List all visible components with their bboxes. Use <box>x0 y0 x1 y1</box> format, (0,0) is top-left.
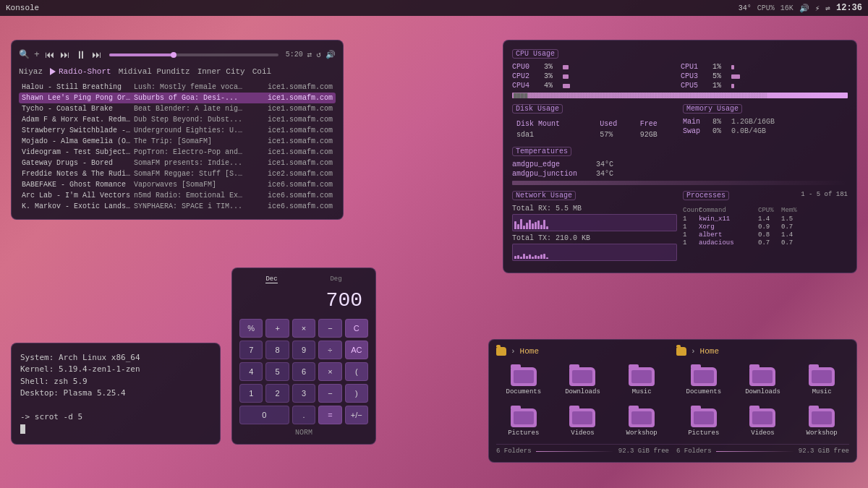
proc-cpu: 0.9 <box>758 223 780 231</box>
folder-label: Workshop <box>807 429 838 437</box>
music-sources: Niyaz Radio-Short Midival Punditz Inner … <box>19 67 336 76</box>
calc-btn-minus2[interactable]: − <box>318 384 341 403</box>
repeat-icon[interactable]: ↺ <box>316 50 321 59</box>
folder-icon <box>691 364 717 386</box>
disk-table: Disk Mount Used Free sda1 57% 92GB <box>512 118 677 141</box>
next-button[interactable]: ⏭ <box>91 48 102 61</box>
calc-btn-multiply[interactable]: × <box>292 319 315 338</box>
calc-btn-4[interactable]: 4 <box>239 362 263 381</box>
taskbar-icon-audio: 🔊 <box>799 4 809 13</box>
folder-downloads[interactable]: Downloads <box>556 361 610 398</box>
shuffle-icon[interactable]: ⇄ <box>307 50 312 59</box>
track-album: Dub Step Beyond: Dubst... <box>134 116 246 124</box>
cpu-name: CPU5 <box>681 82 708 90</box>
folder-icon <box>809 364 835 386</box>
calc-btn-allclear[interactable]: AC <box>345 341 368 359</box>
track-row-8[interactable]: Gateway Drugs - Bored SomaFM presents: I… <box>19 158 336 168</box>
add-icon[interactable]: + <box>34 49 40 60</box>
track-row-5[interactable]: Strawberry Switchblade - Since Yester...… <box>19 125 336 136</box>
folder-label: Videos <box>751 429 774 437</box>
calc-btn-mult2[interactable]: × <box>318 362 341 381</box>
folder-label: Pictures <box>688 429 719 437</box>
track-row-1[interactable]: Halou - Still Breathing Lush: Mostly fem… <box>19 82 336 93</box>
track-song: Adam F & Horx Feat. Redman - Shut Th... <box>22 116 134 124</box>
calc-btn-equals[interactable]: = <box>318 406 341 424</box>
folder-pictures-r[interactable]: Pictures <box>676 403 731 440</box>
play-triangle-icon <box>50 68 56 75</box>
folder-documents-r[interactable]: Documents <box>676 361 731 398</box>
folder-music[interactable]: Music <box>614 361 669 398</box>
col-mount: Disk Mount <box>514 119 595 129</box>
track-row-12[interactable]: K. Markov - Exotic Landscape SYNPHAERA: … <box>19 201 336 212</box>
calc-btn-7[interactable]: 7 <box>239 341 263 359</box>
volume-icon[interactable]: 🔊 <box>326 50 336 59</box>
track-row-6[interactable]: Mojado - Alma Gemelia (Original Mix) The… <box>19 136 336 147</box>
folder-header-icon <box>676 347 686 356</box>
folder-music-r[interactable]: Music <box>794 361 849 398</box>
source-label: Radio-Short <box>59 67 111 76</box>
temp-val: 34°C <box>596 170 613 178</box>
calc-btn-minus[interactable]: − <box>318 319 341 338</box>
source-coil[interactable]: Coil <box>252 67 271 76</box>
cpu-bar <box>563 65 569 69</box>
track-row-4[interactable]: Adam F & Horx Feat. Redman - Shut Th... … <box>19 114 336 125</box>
proc-mem: 1.5 <box>781 215 803 223</box>
folder-pictures[interactable]: Pictures <box>496 403 551 440</box>
calc-btn-9[interactable]: 9 <box>292 341 315 359</box>
calc-btn-plusminus[interactable]: +/− <box>345 406 368 424</box>
search-icon[interactable]: 🔍 <box>19 49 30 60</box>
calc-btn-divide[interactable]: ÷ <box>318 341 341 359</box>
track-station: ice1.somafm.com <box>246 159 333 167</box>
track-station: ice1.somafm.com <box>246 148 333 156</box>
calc-mode-dec[interactable]: Dec <box>265 275 277 283</box>
prev-button[interactable]: ⏮ <box>44 48 55 61</box>
net-bar <box>526 256 528 260</box>
track-row-10[interactable]: BABEFAKE - Ghost Romance Vaporwaves [Som… <box>19 179 336 190</box>
mem-swap-pct: 0% <box>712 127 727 135</box>
progress-bar[interactable] <box>109 53 278 56</box>
calc-btn-1[interactable]: 1 <box>239 384 263 403</box>
pane2-path: Home <box>700 347 719 356</box>
source-niyaz[interactable]: Niyaz <box>19 67 43 76</box>
calc-btn-percent[interactable]: % <box>239 319 263 338</box>
source-inner-city[interactable]: Inner City <box>197 67 245 76</box>
folder-workshop[interactable]: Workshop <box>614 403 669 440</box>
track-row-11[interactable]: Arc Lab - I'm All Vectors n5md Radio: Em… <box>19 190 336 201</box>
calc-btn-0[interactable]: 0 <box>239 406 289 424</box>
play-button[interactable]: ⏸ <box>75 48 87 61</box>
folder-documents[interactable]: Documents <box>496 361 551 398</box>
track-row-7[interactable]: Videogram - Test Subject 011 PopTron: El… <box>19 147 336 158</box>
calc-btn-dot[interactable]: . <box>292 406 315 424</box>
calc-btn-8[interactable]: 8 <box>265 341 289 359</box>
files-footer: 6 Folders 92.3 GiB free 6 Folders 92.3 G… <box>496 444 849 455</box>
files-grid: Documents Downloads <box>496 361 849 444</box>
folder-videos-r[interactable]: Videos <box>736 403 791 440</box>
net-bar <box>523 254 525 259</box>
processes-section: Processes 1 - 5 of 181 Count Command CPU… <box>683 191 848 264</box>
track-row-9[interactable]: Freddie Notes & The Rudies - Devil's L..… <box>19 168 336 179</box>
pane2-free: 92.3 GiB free <box>799 448 849 455</box>
folder-workshop-r[interactable]: Workshop <box>794 403 849 440</box>
source-midival[interactable]: Midival Punditz <box>119 67 190 76</box>
calc-btn-5[interactable]: 5 <box>265 362 289 381</box>
calc-btn-open-paren[interactable]: ( <box>345 362 368 381</box>
calc-btn-clear[interactable]: C <box>345 319 368 338</box>
calc-mode-deg[interactable]: Deg <box>330 275 341 283</box>
mem-main-label: Main <box>683 118 708 126</box>
track-row-2[interactable]: Shawn Lee's Ping Pong Orchest... Suburbs… <box>19 93 336 103</box>
folder-label: Documents <box>686 388 722 395</box>
track-row-3[interactable]: Tycho - Coastal Brake Beat Blender: A la… <box>19 103 336 114</box>
calc-btn-close-paren[interactable]: ) <box>345 384 368 403</box>
source-radio-short[interactable]: Radio-Short <box>50 67 111 76</box>
folder-icon <box>749 364 775 386</box>
calc-btn-plus[interactable]: + <box>265 319 289 338</box>
folder-downloads-r[interactable]: Downloads <box>736 361 791 398</box>
folder-inner <box>694 370 714 383</box>
folder-videos[interactable]: Videos <box>556 403 610 440</box>
pane1-folder-count: 6 Folders <box>496 448 532 455</box>
calc-btn-6[interactable]: 6 <box>292 362 315 381</box>
calc-btn-3[interactable]: 3 <box>292 384 315 403</box>
calc-btn-2[interactable]: 2 <box>265 384 289 403</box>
temp-title: Temperatures <box>512 147 571 156</box>
prev-track-button[interactable]: ⏭ <box>59 48 70 61</box>
